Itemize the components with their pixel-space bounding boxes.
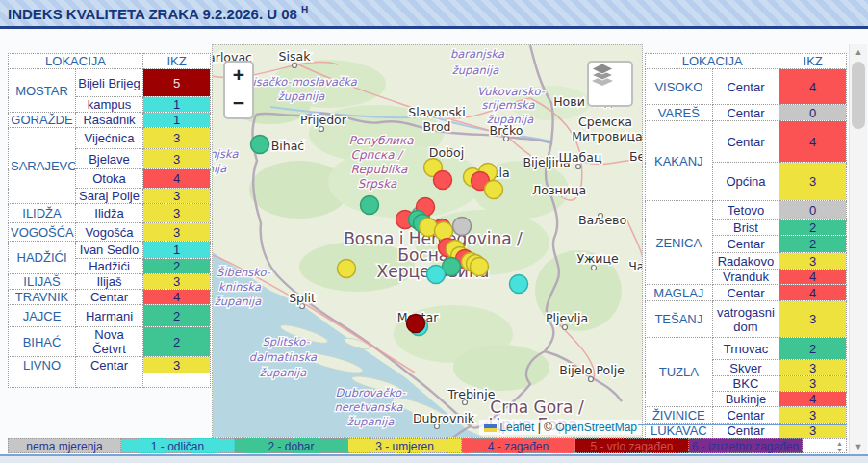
scrollbar-up-arrow[interactable]: ▲ xyxy=(850,44,867,60)
city-cell: VAREŠ xyxy=(646,105,713,121)
frame-divider-line xyxy=(638,424,847,425)
ikz-value-cell: 3 xyxy=(779,253,847,270)
station-marker[interactable] xyxy=(453,218,472,236)
map-label: Vukovarsko- xyxy=(477,85,546,98)
town-dot xyxy=(592,266,597,270)
map-label: Republika xyxy=(351,163,408,176)
map-label: županija xyxy=(347,415,395,428)
station-cell: Vranduk xyxy=(712,270,779,285)
map-label: Бео xyxy=(629,149,643,164)
station-marker[interactable] xyxy=(471,258,489,276)
map-label: Brčko xyxy=(490,123,523,138)
map-label: Splitsko- xyxy=(262,335,310,348)
map-label: neretvanska xyxy=(334,400,403,414)
map-label: Sisak xyxy=(279,49,312,64)
station-cell: Trnovac xyxy=(712,338,779,360)
ikz-value-cell: 3 xyxy=(143,204,211,223)
legend-spinner[interactable]: ▲▼ xyxy=(803,438,847,453)
scrollbar-down-arrow[interactable]: ▼ xyxy=(850,439,867,454)
map-label: Prijedor xyxy=(300,113,347,127)
table-row: JAJCEHarmani2 xyxy=(9,305,211,327)
ikz-value-cell: 3 xyxy=(143,274,211,290)
station-cell: Nova Četvrt xyxy=(76,327,143,357)
city-cell: VOGOŠĆA xyxy=(9,223,76,242)
table-row: TEŠANJvatrogasni dom3 xyxy=(646,301,847,338)
city-cell: ILIJAŠ xyxy=(9,274,76,290)
openstreetmap-link[interactable]: OpenStreetMap xyxy=(555,421,637,434)
map-label: Митровица xyxy=(572,129,642,143)
map-label: županija xyxy=(215,295,262,308)
ikz-value-cell: 4 xyxy=(779,270,847,285)
map-attribution: Leaflet | © OpenStreetMap xyxy=(479,420,642,435)
station-marker[interactable] xyxy=(427,266,446,284)
ikz-value-cell: 3 xyxy=(143,223,211,242)
table-row: ZENICATetovo0 xyxy=(646,201,847,220)
scrollbar-thumb[interactable] xyxy=(852,62,865,129)
title-bar: INDEKS KVALITETA ZRAKA 9.2.2026. U 08 H xyxy=(0,0,868,29)
ikz-value-cell: 4 xyxy=(779,121,847,163)
map-label: Dubrovnik xyxy=(413,411,475,425)
map-label: srijemska xyxy=(482,98,536,112)
station-marker[interactable] xyxy=(434,171,452,190)
station-cell: Skver xyxy=(712,360,779,376)
zoom-out-button[interactable]: − xyxy=(225,90,252,117)
city-cell: ZENICA xyxy=(646,201,713,285)
map-label: Sisačko-moslavačka xyxy=(245,75,358,89)
aqi-legend: nema mjerenja1 - odličan2 - dobar3 - umj… xyxy=(8,438,847,453)
map-label: Bijelo Polje xyxy=(559,363,625,377)
ikz-value-cell: 1 xyxy=(143,97,211,113)
leaflet-map[interactable]: arlovacSisakSisačko-moslavačkažupanijaba… xyxy=(212,44,643,438)
station-cell: Vogošća xyxy=(76,223,143,242)
map-label: županija xyxy=(278,90,325,103)
station-marker[interactable] xyxy=(361,196,379,215)
station-cell: Radakovo xyxy=(712,253,779,270)
station-marker[interactable] xyxy=(435,222,453,241)
station-cell: Centar xyxy=(76,290,143,305)
city-cell: GORAŽDE xyxy=(9,113,76,128)
zoom-in-button[interactable]: + xyxy=(225,63,252,90)
ikz-value-cell: 4 xyxy=(779,285,847,301)
ikz-value-cell: 3 xyxy=(143,128,211,149)
city-cell: MAGLAJ xyxy=(646,285,713,301)
station-cell: Ilijaš xyxy=(76,274,143,290)
station-marker[interactable] xyxy=(338,260,356,278)
map-label: Srpska xyxy=(358,177,397,191)
station-cell: Ilidža xyxy=(76,204,143,223)
ikz-value-cell: 3 xyxy=(779,360,847,376)
map-label: Šibensko- xyxy=(217,266,271,279)
layers-control[interactable] xyxy=(587,61,633,107)
map-label: Ваљево xyxy=(578,213,626,227)
station-marker[interactable] xyxy=(407,315,425,333)
map-label: Сремска xyxy=(578,115,632,129)
leaflet-link[interactable]: Leaflet xyxy=(499,421,534,434)
vertical-scrollbar[interactable]: ▲ ▼ xyxy=(849,44,867,454)
station-cell: Hadžići xyxy=(76,259,143,274)
station-marker[interactable] xyxy=(485,181,503,199)
station-cell: Brist xyxy=(712,220,779,236)
table-row: MOSTARBijeli Brijeg5 xyxy=(9,69,211,97)
table-row: TRAVNIKCentar4 xyxy=(9,290,211,305)
city-cell: TUZLA xyxy=(646,338,713,407)
legend-item: 2 - dobar xyxy=(235,438,348,453)
ukraine-flag-icon xyxy=(484,424,497,432)
ikz-value-cell: 3 xyxy=(779,301,847,338)
city-cell: ILIDŽA xyxy=(9,204,76,223)
station-marker[interactable] xyxy=(251,136,269,154)
station-cell: Centar xyxy=(712,236,779,253)
station-cell: Centar xyxy=(712,407,779,424)
ikz-value-cell: 2 xyxy=(143,327,211,357)
station-cell: kampus xyxy=(76,97,143,113)
table-header-row: LOKACIJA IKZ xyxy=(9,54,211,69)
city-cell: SARAJEVO xyxy=(9,128,76,204)
spinner-arrows-icon[interactable]: ▲▼ xyxy=(836,440,843,453)
station-marker[interactable] xyxy=(510,275,528,294)
map-label: županija xyxy=(452,64,499,77)
ikz-value-cell xyxy=(143,373,211,388)
map-label: županija xyxy=(260,366,307,379)
town-dot xyxy=(563,325,568,330)
city-cell: VISOKO xyxy=(646,69,713,105)
legend-item: nema mjerenja xyxy=(8,438,121,453)
ikz-value-cell: 3 xyxy=(779,163,847,201)
table-header-row: LOKACIJA IKZ xyxy=(646,54,847,69)
map-label: Ужице xyxy=(576,251,619,266)
